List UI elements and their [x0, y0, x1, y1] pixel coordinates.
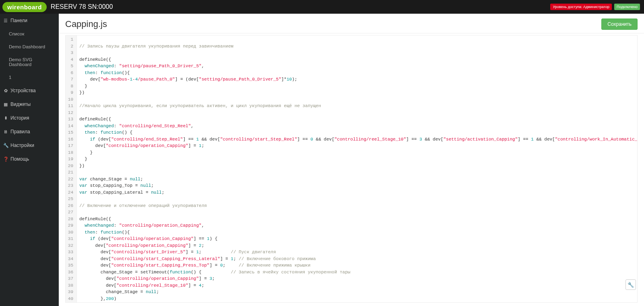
sidebar-item-help[interactable]: ❓ Помощь — [0, 152, 59, 166]
code-editor[interactable]: 1234567891011121314151617181920212223242… — [65, 35, 638, 303]
line-gutter: 1234567891011121314151617181920212223242… — [66, 35, 77, 303]
app-title: RESERV 78 SN:0000 — [51, 3, 551, 10]
sidebar-item-demo-svg-dashboard[interactable]: Demo SVG Dashboard — [0, 53, 59, 71]
sidebar-label: Виджеты — [10, 101, 31, 107]
sidebar-label: История — [10, 115, 29, 121]
sidebar-label: Настройки — [10, 143, 34, 148]
sidebar-item-settings[interactable]: 🔧 Настройки — [0, 139, 59, 152]
sidebar-item-devices[interactable]: ✿ Устройства — [0, 84, 59, 97]
main-content: Capping.js Сохранить 1234567891011121314… — [59, 14, 644, 306]
sidebar-item-1[interactable]: 1 — [0, 71, 59, 84]
document-icon: 🗎 — [3, 129, 8, 134]
gear-icon: ✿ — [3, 88, 8, 93]
top-bar: wirenboard RESERV 78 SN:0000 Уровень дос… — [0, 0, 644, 14]
sidebar-item-panels[interactable]: ☰ Панели — [0, 14, 59, 27]
code-content[interactable]: // Запись паузы двигателя укупоривания п… — [77, 35, 638, 303]
sidebar-item-rules[interactable]: 🗎 Правила — [0, 125, 59, 139]
page-header: Capping.js Сохранить — [59, 14, 644, 33]
page-title: Capping.js — [65, 19, 601, 29]
sidebar-item-widgets[interactable]: ▦ Виджеты — [0, 97, 59, 111]
help-icon: ❓ — [3, 157, 8, 162]
wrench-icon: 🔧 — [627, 282, 634, 288]
sidebar: ☰ Панели Список Demo Dashboard Demo SVG … — [0, 14, 59, 306]
brand-logo: wirenboard — [2, 2, 47, 12]
sidebar-item-history[interactable]: ⬍ История — [0, 111, 59, 125]
sidebar-label: Правила — [10, 129, 30, 134]
dashboard-icon: ☰ — [3, 18, 8, 23]
chart-icon: ⬍ — [3, 116, 8, 121]
sidebar-item-demo-dashboard[interactable]: Demo Dashboard — [0, 40, 59, 53]
wrench-icon: 🔧 — [3, 143, 8, 148]
save-button[interactable]: Сохранить — [601, 19, 638, 30]
sidebar-label: Устройства — [10, 88, 36, 93]
sidebar-item-list[interactable]: Список — [0, 27, 59, 40]
sidebar-label: Помощь — [10, 156, 29, 162]
widgets-icon: ▦ — [3, 102, 8, 107]
settings-tool-button[interactable]: 🔧 — [625, 279, 636, 290]
access-level-badge[interactable]: Уровень доступа: Администратор — [550, 4, 611, 10]
connection-status-badge: Подключено — [614, 4, 640, 10]
sidebar-label: Панели — [10, 18, 27, 23]
